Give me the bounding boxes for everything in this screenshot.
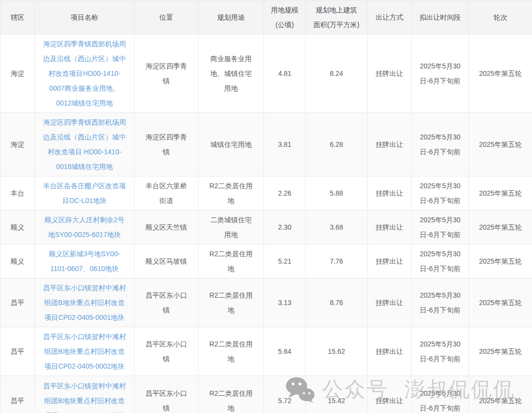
cell-district: 丰台 (0, 176, 35, 210)
col-header-land-scale: 用地规模(公顷) (264, 0, 306, 34)
table-row: 顺义 顺义区新城3号地SY00-1101-0607、0610地块 顺义区马坡镇 … (0, 244, 532, 278)
cell-project: 昌平区东小口镇贺村中滩村组团B地块重点村旧村改造项目CP02-0405-0005… (35, 376, 134, 413)
cell-location: 顺义区天竺镇 (134, 210, 199, 244)
cell-land-scale: 3.81 (264, 113, 306, 176)
cell-round: 2025年第五轮 (469, 210, 532, 244)
project-link[interactable]: 海淀区四季青镇西郊机场周边及沿线（西山片区）城中村改造项目HD00-1410-0… (42, 36, 127, 110)
cell-land-scale: 2.30 (264, 210, 306, 244)
col-header-round: 轮次 (469, 0, 532, 34)
cell-planned-use: R2二类居住用地 (199, 244, 264, 278)
cell-round: 2025年第五轮 (469, 113, 532, 176)
table-row: 丰台 丰台区岳各庄棚户区改造项目DC-L01地块 丰台区六里桥街道 R2二类居住… (0, 176, 532, 210)
cell-project: 昌平区东小口镇贺村中滩村组团B地块重点村旧村改造项目CP02-0405-0002… (35, 327, 134, 376)
cell-building-area: 8.76 (306, 278, 367, 327)
cell-land-scale: 5.72 (264, 376, 306, 413)
cell-transfer-period: 2025年5月30日-6月下旬前 (412, 210, 469, 244)
table-row: 昌平 昌平区东小口镇贺村中滩村组团B地块重点村旧村改造项目CP02-0405-0… (0, 327, 532, 376)
project-link[interactable]: 昌平区东小口镇贺村中滩村组团B地块重点村旧村改造项目CP02-0405-0002… (42, 329, 127, 374)
table-row: 昌平 昌平区东小口镇贺村中滩村组团B地块重点村旧村改造项目CP02-0405-0… (0, 376, 532, 413)
project-link[interactable]: 昌平区东小口镇贺村中滩村组团B地块重点村旧村改造项目CP02-0405-0001… (42, 280, 127, 325)
cell-district: 海淀 (0, 113, 35, 176)
cell-location: 昌平区东小口镇 (134, 278, 199, 327)
col-header-project: 项目名称 (35, 0, 134, 34)
col-header-transfer-period: 拟出让时间段 (412, 0, 469, 34)
cell-building-area: 3.68 (306, 210, 367, 244)
cell-transfer-period: 2025年5月30日-6月下旬前 (412, 176, 469, 210)
cell-district: 顺义 (0, 210, 35, 244)
cell-location: 海淀区四季青镇 (134, 113, 199, 176)
cell-transfer-period: 2025年5月30日-6月下旬前 (412, 113, 469, 176)
project-link[interactable]: 海淀区四季青镇西郊机场周边及沿线（西山片区）城中村改造项目 HD00-1410-… (42, 115, 127, 174)
cell-transfer-method: 挂牌出让 (367, 278, 412, 327)
col-header-location: 位置 (134, 0, 199, 34)
cell-building-area: 8.24 (306, 34, 367, 113)
cell-transfer-period: 2025年5月30日-6月下旬前 (412, 244, 469, 278)
cell-building-area: 15.62 (306, 327, 367, 376)
cell-project: 昌平区东小口镇贺村中滩村组团B地块重点村旧村改造项目CP02-0405-0001… (35, 278, 134, 327)
building-area-line1: 规划地上建筑 (316, 6, 357, 14)
project-link[interactable]: 昌平区东小口镇贺村中滩村组团B地块重点村旧村改造项目CP02-0405-0005… (42, 379, 127, 413)
cell-district: 昌平 (0, 278, 35, 327)
cell-round: 2025年第五轮 (469, 244, 532, 278)
col-header-planned-use: 规划用途 (199, 0, 264, 34)
cell-land-scale: 3.13 (264, 278, 306, 327)
cell-transfer-method: 挂牌出让 (367, 34, 412, 113)
cell-project: 顺义区薛大人庄村剩余2号地SY00-0025-6017地块 (35, 210, 134, 244)
cell-round: 2025年第五轮 (469, 278, 532, 327)
project-link[interactable]: 顺义区薛大人庄村剩余2号地SY00-0025-6017地块 (42, 212, 127, 242)
cell-transfer-period: 2025年5月30日-6月下旬前 (412, 278, 469, 327)
table-row: 海淀 海淀区四季青镇西郊机场周边及沿线（西山片区）城中村改造项目 HD00-14… (0, 113, 532, 176)
land-scale-line2: (公顷) (275, 21, 294, 29)
land-scale-line1: 用地规模 (271, 6, 299, 14)
cell-district: 昌平 (0, 376, 35, 413)
cell-building-area: 7.76 (306, 244, 367, 278)
cell-land-scale: 2.26 (264, 176, 306, 210)
cell-transfer-period: 2025年5月30日-6月下旬前 (412, 34, 469, 113)
cell-project: 丰台区岳各庄棚户区改造项目DC-L01地块 (35, 176, 134, 210)
cell-round: 2025年第五轮 (469, 376, 532, 413)
cell-transfer-method: 挂牌出让 (367, 327, 412, 376)
cell-land-scale: 5.64 (264, 327, 306, 376)
cell-location: 昌平区东小口镇 (134, 327, 199, 376)
cell-transfer-method: 挂牌出让 (367, 113, 412, 176)
cell-district: 顺义 (0, 244, 35, 278)
cell-transfer-method: 挂牌出让 (367, 176, 412, 210)
cell-location: 顺义区马坡镇 (134, 244, 199, 278)
land-supply-table: 辖区 项目名称 位置 规划用途 用地规模(公顷) 规划地上建筑面积(万平方米) … (0, 0, 532, 413)
col-header-transfer-method: 出让方式 (367, 0, 412, 34)
table-row: 海淀 海淀区四季青镇西郊机场周边及沿线（西山片区）城中村改造项目HD00-141… (0, 34, 532, 113)
cell-land-scale: 4.81 (264, 34, 306, 113)
cell-district: 昌平 (0, 327, 35, 376)
project-link[interactable]: 丰台区岳各庄棚户区改造项目DC-L01地块 (42, 178, 127, 208)
cell-transfer-method: 挂牌出让 (367, 376, 412, 413)
table-header-row: 辖区 项目名称 位置 规划用途 用地规模(公顷) 规划地上建筑面积(万平方米) … (0, 0, 532, 34)
project-link[interactable]: 顺义区新城3号地SY00-1101-0607、0610地块 (42, 246, 127, 276)
cell-planned-use: 城镇住宅用地 (199, 113, 264, 176)
building-area-line2: 面积(万平方米) (313, 21, 359, 29)
cell-planned-use: 二类城镇住宅用地 (199, 210, 264, 244)
cell-location: 昌平区东小口镇 (134, 376, 199, 413)
cell-transfer-method: 挂牌出让 (367, 244, 412, 278)
cell-project: 海淀区四季青镇西郊机场周边及沿线（西山片区）城中村改造项目 HD00-1410-… (35, 113, 134, 176)
cell-building-area: 5.88 (306, 176, 367, 210)
cell-round: 2025年第五轮 (469, 327, 532, 376)
col-header-district: 辖区 (0, 0, 35, 34)
table-row: 昌平 昌平区东小口镇贺村中滩村组团B地块重点村旧村改造项目CP02-0405-0… (0, 278, 532, 327)
cell-round: 2025年第五轮 (469, 176, 532, 210)
cell-project: 海淀区四季青镇西郊机场周边及沿线（西山片区）城中村改造项目HD00-1410-0… (35, 34, 134, 113)
cell-building-area: 15.42 (306, 376, 367, 413)
cell-planned-use: R2二类居住用地 (199, 376, 264, 413)
cell-location: 海淀区四季青镇 (134, 34, 199, 113)
cell-transfer-period: 2025年5月30日-6月下旬前 (412, 376, 469, 413)
col-header-building-area: 规划地上建筑面积(万平方米) (306, 0, 367, 34)
cell-round: 2025年第五轮 (469, 34, 532, 113)
cell-land-scale: 5.21 (264, 244, 306, 278)
cell-transfer-period: 2025年5月30日-6月下旬前 (412, 327, 469, 376)
cell-location: 丰台区六里桥街道 (134, 176, 199, 210)
table-row: 顺义 顺义区薛大人庄村剩余2号地SY00-0025-6017地块 顺义区天竺镇 … (0, 210, 532, 244)
cell-building-area: 6.28 (306, 113, 367, 176)
cell-planned-use: 商业服务业用地、城镇住宅用地 (199, 34, 264, 113)
cell-district: 海淀 (0, 34, 35, 113)
cell-planned-use: R2二类居住用地 (199, 176, 264, 210)
cell-planned-use: R2二类居住用地 (199, 327, 264, 376)
